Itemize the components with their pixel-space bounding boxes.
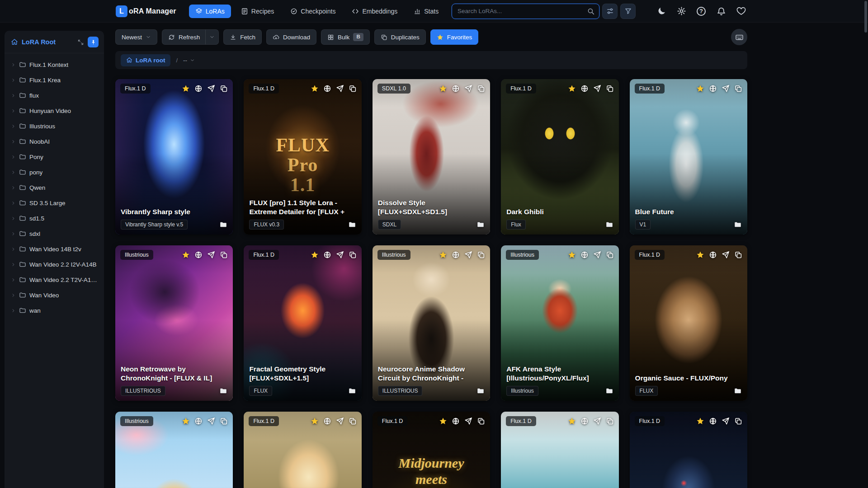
dark-mode-toggle[interactable] — [656, 6, 666, 16]
favorite-star-icon[interactable] — [182, 417, 190, 425]
favorite-star-icon[interactable] — [696, 417, 704, 425]
lora-card[interactable]: Flux.1 D Blue Future V1 — [630, 79, 747, 235]
sort-select[interactable]: Newest — [115, 29, 157, 45]
expand-all-icon[interactable] — [77, 39, 84, 46]
lora-card[interactable]: Flux.1 D Fractal Geometry Style [FLUX+SD… — [244, 245, 361, 401]
send-icon[interactable] — [207, 84, 215, 93]
download-button[interactable]: Download — [266, 29, 316, 45]
lora-card[interactable]: Flux.1 D — [630, 412, 747, 488]
globe-icon[interactable] — [194, 417, 203, 425]
sidebar-folder-item[interactable]: sd1.5 — [7, 211, 101, 226]
nav-tab-loras[interactable]: LoRAs — [189, 5, 231, 18]
send-icon[interactable] — [207, 251, 215, 259]
open-folder-icon[interactable] — [734, 221, 742, 229]
copy-icon[interactable] — [349, 251, 357, 259]
sidebar-folder-item[interactable]: sdxl — [7, 226, 101, 241]
globe-icon[interactable] — [709, 84, 717, 93]
favorite-star-icon[interactable] — [311, 84, 319, 93]
favorites-filter-button[interactable]: Favorites — [430, 29, 479, 45]
duplicates-button[interactable]: Duplicates — [374, 29, 426, 45]
lora-card[interactable]: FLUXPro1.1 Flux.1 D FLUX [pro] 1.1 Style… — [244, 79, 361, 235]
open-folder-icon[interactable] — [605, 387, 613, 395]
refresh-dropdown[interactable] — [205, 30, 218, 44]
open-folder-icon[interactable] — [348, 221, 356, 229]
fetch-button[interactable]: Fetch — [223, 29, 262, 45]
globe-icon[interactable] — [194, 251, 203, 259]
copy-icon[interactable] — [606, 417, 614, 425]
copy-icon[interactable] — [220, 417, 228, 425]
send-icon[interactable] — [593, 84, 601, 93]
send-icon[interactable] — [722, 251, 730, 259]
send-icon[interactable] — [336, 417, 344, 425]
send-icon[interactable] — [464, 251, 472, 259]
breadcrumb-current[interactable]: -- — [183, 57, 195, 64]
send-icon[interactable] — [336, 251, 344, 259]
refresh-button[interactable]: Refresh — [162, 29, 219, 45]
keyboard-shortcuts-button[interactable] — [731, 29, 747, 45]
nav-tab-checkpoints[interactable]: Checkpoints — [284, 5, 342, 18]
open-folder-icon[interactable] — [219, 221, 227, 229]
sidebar-folder-item[interactable]: Wan Video 2.2 I2V-A14B — [7, 257, 101, 272]
pin-sidebar-button[interactable] — [88, 37, 99, 47]
copy-icon[interactable] — [477, 251, 485, 259]
sidebar-folder-item[interactable]: Flux.1 Kontext — [7, 57, 101, 72]
send-icon[interactable] — [464, 84, 472, 93]
globe-icon[interactable] — [323, 84, 331, 93]
sidebar-folder-item[interactable]: flux — [7, 88, 101, 103]
favorite-star-icon[interactable] — [696, 251, 704, 259]
globe-icon[interactable] — [580, 84, 589, 93]
search-input[interactable] — [452, 4, 599, 19]
nav-tab-embeddings[interactable]: Embeddings — [345, 5, 404, 18]
favorites-nav-button[interactable] — [736, 6, 746, 16]
send-icon[interactable] — [336, 84, 344, 93]
favorite-star-icon[interactable] — [439, 417, 447, 425]
bulk-button[interactable]: Bulk B — [321, 29, 370, 45]
favorite-star-icon[interactable] — [182, 251, 190, 259]
send-icon[interactable] — [207, 417, 215, 425]
copy-icon[interactable] — [349, 417, 357, 425]
globe-icon[interactable] — [580, 417, 589, 425]
sidebar-folder-item[interactable]: NoobAI — [7, 134, 101, 149]
copy-icon[interactable] — [220, 251, 228, 259]
sidebar-folder-item[interactable]: Qwen — [7, 180, 101, 195]
lora-card[interactable]: Illustrious Neon Retrowave by ChronoKnig… — [115, 245, 233, 401]
copy-icon[interactable] — [220, 84, 228, 93]
sidebar-folder-item[interactable]: Pony — [7, 149, 101, 164]
notifications-button[interactable] — [716, 6, 726, 16]
sidebar-root-label[interactable]: LoRA Root — [22, 38, 74, 46]
sidebar-folder-item[interactable]: Wan Video — [7, 287, 101, 303]
lora-card[interactable]: Flux.1 D Dark Ghibli Flux — [501, 79, 618, 235]
copy-icon[interactable] — [349, 84, 357, 93]
sidebar-folder-item[interactable]: Flux.1 Krea — [7, 72, 101, 88]
globe-icon[interactable] — [194, 84, 203, 93]
lora-card[interactable]: Flux.1 D Vibrantly Sharp style Vibrantly… — [115, 79, 233, 235]
favorite-star-icon[interactable] — [439, 251, 447, 259]
globe-icon[interactable] — [709, 251, 717, 259]
globe-icon[interactable] — [452, 251, 460, 259]
nav-tab-stats[interactable]: Stats — [407, 5, 445, 18]
sidebar-folder-item[interactable]: wan — [7, 303, 101, 318]
favorite-star-icon[interactable] — [568, 84, 576, 93]
sidebar-folder-item[interactable]: Wan Video 2.2 T2V-A14B — [7, 272, 101, 287]
open-folder-icon[interactable] — [476, 387, 485, 395]
send-icon[interactable] — [464, 417, 472, 425]
sidebar-folder-item[interactable]: pony — [7, 164, 101, 180]
lora-card[interactable]: Flux.1 D — [501, 412, 618, 488]
help-button[interactable]: ? — [696, 6, 706, 16]
open-folder-icon[interactable] — [605, 221, 613, 229]
globe-icon[interactable] — [323, 417, 331, 425]
copy-icon[interactable] — [606, 251, 614, 259]
send-icon[interactable] — [593, 417, 601, 425]
globe-icon[interactable] — [452, 84, 460, 93]
send-icon[interactable] — [722, 84, 730, 93]
sidebar-folder-item[interactable]: Illustrious — [7, 118, 101, 134]
breadcrumb-root[interactable]: LoRA root — [121, 54, 170, 66]
send-icon[interactable] — [593, 251, 601, 259]
lora-card[interactable]: Flux.1 D Organic Sauce - FLUX/Pony FLUX — [630, 245, 747, 401]
copy-icon[interactable] — [477, 84, 485, 93]
globe-icon[interactable] — [323, 251, 331, 259]
favorite-star-icon[interactable] — [568, 417, 576, 425]
app-brand[interactable]: L oRA Manager — [116, 5, 176, 17]
favorite-star-icon[interactable] — [696, 84, 704, 93]
open-folder-icon[interactable] — [734, 387, 742, 395]
